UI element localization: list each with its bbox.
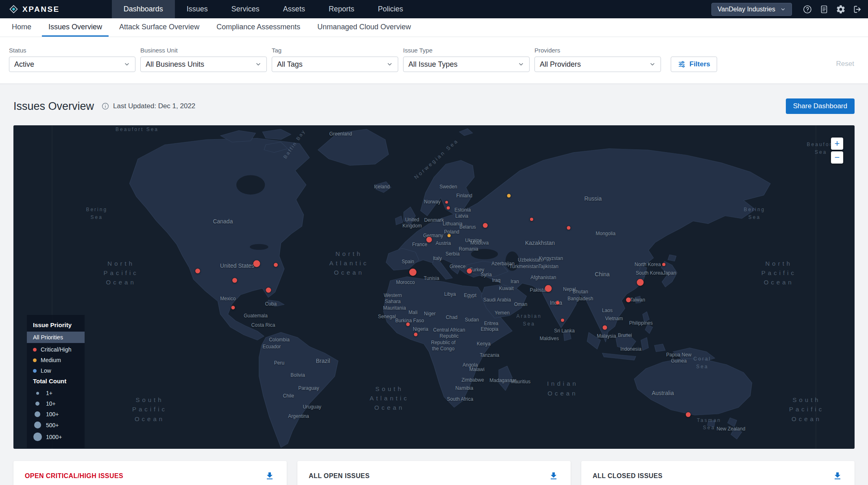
count-dot-wrap bbox=[33, 411, 42, 417]
share-dashboard-button[interactable]: Share Dashboard bbox=[786, 98, 855, 114]
filter-providers: ProvidersAll Providers bbox=[534, 47, 661, 72]
chevron-down-icon bbox=[780, 7, 786, 12]
top-nav: XPANSE DashboardsIssuesServicesAssetsRep… bbox=[0, 0, 868, 18]
legend-priority-medium[interactable]: Medium bbox=[27, 355, 85, 365]
low-dot-icon bbox=[33, 369, 37, 373]
chevron-down-icon bbox=[518, 61, 524, 68]
map-marker[interactable] bbox=[626, 297, 631, 302]
legend-count-label: 10+ bbox=[46, 400, 56, 407]
legend-all-priorities-label: All Priorities bbox=[33, 334, 63, 341]
count-dot-icon bbox=[35, 411, 40, 417]
map-legend: Issue Priority All Priorities Critical/H… bbox=[27, 315, 85, 448]
logout-icon[interactable] bbox=[853, 4, 863, 15]
main-content: Issues Overview Last Updated: Dec 1, 202… bbox=[0, 84, 868, 485]
issue-card: ALL OPEN ISSUES bbox=[297, 461, 571, 485]
map-marker[interactable] bbox=[409, 269, 417, 276]
download-icon[interactable] bbox=[549, 471, 559, 481]
tab-compliance-assessments[interactable]: Compliance Assessments bbox=[210, 18, 307, 37]
map-marker[interactable] bbox=[266, 287, 271, 293]
download-icon[interactable] bbox=[265, 471, 275, 481]
map-marker[interactable] bbox=[507, 194, 511, 197]
xpanse-logo-icon bbox=[9, 4, 18, 14]
world-map-svg bbox=[13, 125, 855, 449]
chevron-down-icon bbox=[649, 61, 656, 68]
nav-item-issues[interactable]: Issues bbox=[175, 0, 220, 18]
count-dot-wrap bbox=[33, 433, 42, 441]
map-marker[interactable] bbox=[253, 260, 260, 267]
map-marker[interactable] bbox=[530, 218, 533, 221]
map-marker[interactable] bbox=[231, 306, 235, 309]
selected-value: All Tags bbox=[277, 60, 303, 69]
legend-count-10: 10+ bbox=[27, 398, 85, 409]
nav-item-assets[interactable]: Assets bbox=[271, 0, 317, 18]
card-title: ALL CLOSED ISSUES bbox=[593, 472, 663, 480]
filter-select-providers[interactable]: All Providers bbox=[534, 57, 661, 72]
selected-value: All Business Units bbox=[146, 60, 204, 69]
map-marker[interactable] bbox=[483, 223, 488, 228]
reset-button[interactable]: Reset bbox=[836, 60, 859, 72]
nav-item-reports[interactable]: Reports bbox=[317, 0, 366, 18]
map-marker[interactable] bbox=[686, 412, 691, 417]
legend-all-priorities[interactable]: All Priorities bbox=[27, 332, 85, 343]
map-marker[interactable] bbox=[447, 206, 450, 210]
zoom-in-button[interactable]: + bbox=[831, 138, 843, 150]
main-nav: DashboardsIssuesServicesAssetsReportsPol… bbox=[112, 0, 415, 18]
legend-priority-critical-high[interactable]: Critical/High bbox=[27, 344, 85, 355]
map-marker[interactable] bbox=[662, 263, 665, 266]
org-selector[interactable]: VanDelay Industries bbox=[711, 3, 792, 16]
filter-select-tag[interactable]: All Tags bbox=[272, 57, 398, 72]
map-marker[interactable] bbox=[232, 278, 237, 283]
map-marker[interactable] bbox=[556, 301, 559, 304]
zoom-out-button[interactable]: − bbox=[831, 151, 843, 164]
card-header: ALL OPEN ISSUES bbox=[309, 471, 559, 481]
legend-priority-low[interactable]: Low bbox=[27, 365, 85, 376]
tab-attack-surface-overview[interactable]: Attack Surface Overview bbox=[113, 18, 206, 37]
map-marker[interactable] bbox=[414, 333, 417, 336]
selected-value: All Issue Types bbox=[408, 60, 458, 69]
filters-button[interactable]: Filters bbox=[671, 57, 717, 72]
info-icon[interactable] bbox=[101, 102, 109, 110]
medium-dot-icon bbox=[33, 358, 37, 362]
filter-label-issue-type: Issue Type bbox=[403, 47, 530, 54]
map-marker[interactable] bbox=[602, 325, 607, 330]
help-icon[interactable] bbox=[803, 4, 813, 15]
nav-item-dashboards[interactable]: Dashboards bbox=[112, 0, 175, 18]
last-updated: Last Updated: Dec 1, 2022 bbox=[113, 102, 195, 110]
legend-priority-label: Medium bbox=[41, 357, 61, 363]
map-marker[interactable] bbox=[567, 226, 570, 230]
map-marker[interactable] bbox=[195, 269, 200, 273]
filter-select-issue-type[interactable]: All Issue Types bbox=[403, 57, 530, 72]
count-dot-icon bbox=[36, 392, 39, 395]
brand[interactable]: XPANSE bbox=[0, 0, 68, 18]
tab-home[interactable]: Home bbox=[5, 18, 38, 37]
filter-label-business-unit: Business Unit bbox=[140, 47, 267, 54]
map-marker[interactable] bbox=[426, 237, 432, 242]
count-dot-wrap bbox=[33, 422, 42, 428]
map-marker[interactable] bbox=[545, 285, 552, 292]
map-marker[interactable] bbox=[447, 234, 451, 237]
map-marker[interactable] bbox=[274, 263, 278, 267]
filter-select-business-unit[interactable]: All Business Units bbox=[140, 57, 267, 72]
tab-unmanaged-cloud-overview[interactable]: Unmanaged Cloud Overview bbox=[311, 18, 417, 37]
tab-issues-overview[interactable]: Issues Overview bbox=[42, 18, 109, 37]
download-icon[interactable] bbox=[833, 471, 843, 481]
critical-dot-icon bbox=[33, 348, 37, 352]
map-zoom-controls: + − bbox=[831, 138, 843, 164]
filter-select-status[interactable]: Active bbox=[9, 57, 135, 72]
document-icon[interactable] bbox=[819, 4, 830, 15]
legend-count-label: 100+ bbox=[46, 411, 59, 417]
settings-icon[interactable] bbox=[836, 4, 846, 15]
count-dot-wrap bbox=[33, 402, 42, 406]
map-marker[interactable] bbox=[445, 201, 448, 204]
nav-item-policies[interactable]: Policies bbox=[366, 0, 415, 18]
filter-business-unit: Business UnitAll Business Units bbox=[140, 47, 267, 72]
nav-item-services[interactable]: Services bbox=[220, 0, 271, 18]
map-marker[interactable] bbox=[561, 319, 564, 322]
map-marker[interactable] bbox=[637, 279, 643, 286]
filter-status: StatusActive bbox=[9, 47, 135, 72]
filter-issue-type: Issue TypeAll Issue Types bbox=[403, 47, 530, 72]
map-marker[interactable] bbox=[406, 322, 410, 326]
legend-count-label: 500+ bbox=[46, 422, 59, 428]
map-marker[interactable] bbox=[467, 268, 472, 273]
world-map[interactable]: North Pacific OceanNorth Atlantic OceanS… bbox=[13, 125, 855, 449]
